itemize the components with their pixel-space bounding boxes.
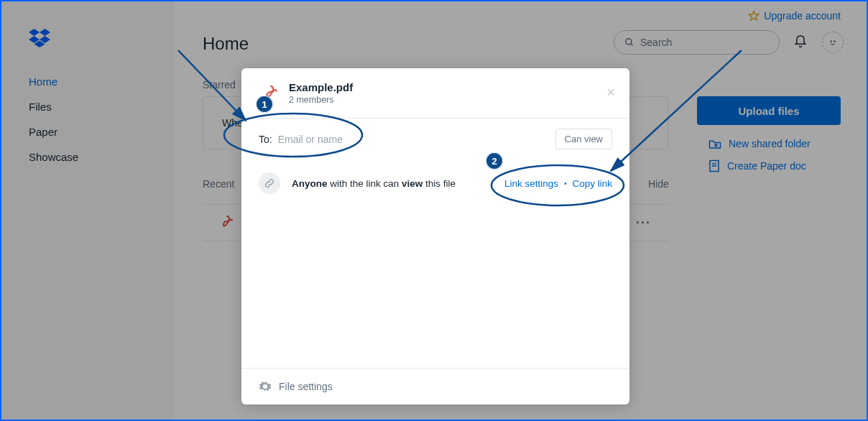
pdf-file-icon [259,84,283,103]
modal-members: 2 members [289,95,353,105]
share-modal: Example.pdf 2 members × To: Email or nam… [241,68,629,404]
gear-icon[interactable] [259,380,272,393]
link-icon [259,172,280,194]
to-label: To: [259,134,272,145]
link-visibility-row: Anyone with the link can view this file … [241,159,629,207]
modal-filename: Example.pdf [289,81,353,93]
share-recipients-input[interactable]: Email or name [278,134,343,145]
permission-dropdown[interactable]: Can view [555,129,612,149]
modal-footer: File settings [241,368,629,404]
close-icon[interactable]: × [606,84,615,101]
file-settings-link[interactable]: File settings [279,381,333,392]
svg-point-14 [263,384,267,388]
modal-header: Example.pdf 2 members × [241,68,629,119]
share-to-row: To: Email or name Can view [241,119,629,159]
separator-dot: • [564,180,567,188]
copy-link-link[interactable]: Copy link [572,178,612,189]
link-visibility-text: Anyone with the link can view this file [292,178,456,189]
link-settings-link[interactable]: Link settings [504,178,558,189]
